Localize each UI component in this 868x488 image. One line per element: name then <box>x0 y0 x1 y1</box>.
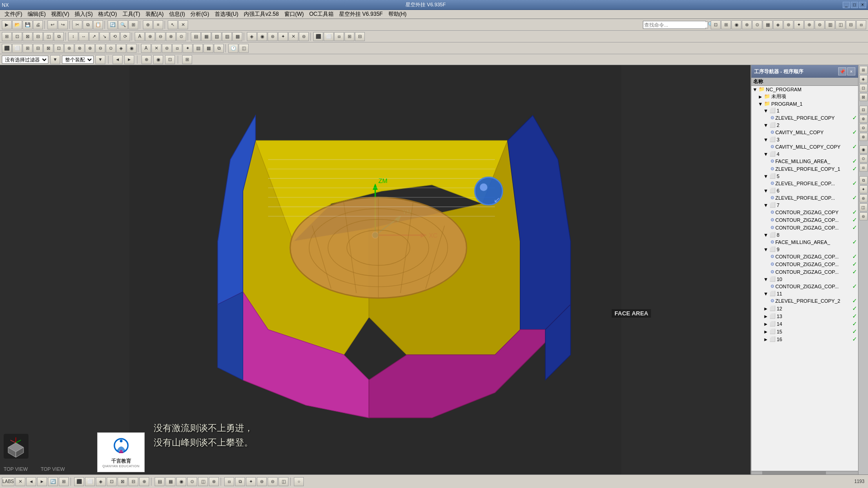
search-box[interactable]: 🔍 <box>643 21 706 29</box>
tb2-2[interactable]: ⊡ <box>12 32 22 41</box>
tb-open[interactable]: 📂 <box>12 20 22 29</box>
vtb-4[interactable]: ⊠ <box>859 93 868 101</box>
tb2-15[interactable]: ⊖ <box>156 32 165 41</box>
status-tb18[interactable]: ◫ <box>198 477 208 486</box>
expand-g15[interactable]: ► <box>763 329 769 334</box>
filter-right[interactable]: ► <box>124 55 134 64</box>
status-tb1[interactable]: LABS <box>2 477 14 486</box>
tb2-23[interactable]: ◈ <box>247 32 257 41</box>
tb3-17[interactable]: ⧈ <box>172 44 182 53</box>
tb2-12[interactable]: ⟳ <box>120 32 130 41</box>
tb3-6[interactable]: ⊡ <box>54 44 64 53</box>
tree-nc-program[interactable]: ▼ 📁 NC_PROGRAM <box>751 86 858 93</box>
status-tb21[interactable]: ⧉ <box>235 477 245 486</box>
menu-tools2[interactable]: 内强工具v2.58 <box>241 9 281 19</box>
tb2-26[interactable]: ✦ <box>278 32 288 41</box>
menu-analysis[interactable]: 分析(G) <box>188 9 212 19</box>
tb2-33[interactable]: ⊟ <box>355 32 365 41</box>
tree-group-16[interactable]: ► ⬜ 16 ✓ <box>751 335 858 343</box>
tb3-9[interactable]: ⊕ <box>85 44 95 53</box>
tb3-2[interactable]: ⬜ <box>12 44 22 53</box>
tree-group-5[interactable]: ▼ ⬜ 5 <box>751 173 858 179</box>
tb2-7[interactable]: ↕ <box>68 32 78 41</box>
tb-undo[interactable]: ↩ <box>47 20 57 29</box>
tree-group-6[interactable]: ▼ ⬜ 6 <box>751 187 858 194</box>
tb2-14[interactable]: ⊕ <box>145 32 155 41</box>
vtb-1[interactable]: ⊞ <box>859 66 868 74</box>
tb-r6[interactable]: ▦ <box>763 20 773 29</box>
vtb-3[interactable]: ⊡ <box>859 84 868 92</box>
status-tb20[interactable]: ⧈ <box>224 477 234 486</box>
status-tb23[interactable]: ⊛ <box>257 477 267 486</box>
tb2-4[interactable]: ⊟ <box>33 32 43 41</box>
vtb-5[interactable]: ⊟ <box>859 106 868 114</box>
tree-op9-3[interactable]: ⚙ CONTOUR_ZIGZAG_COP... ✓ <box>751 268 858 276</box>
tb-r11[interactable]: ⊜ <box>815 20 825 29</box>
tb-r10[interactable]: ⊕ <box>804 20 814 29</box>
status-tb19[interactable]: ⊗ <box>209 477 219 486</box>
tb-r14[interactable]: ⊟ <box>846 20 856 29</box>
vtb-10[interactable]: ⊙ <box>859 155 868 163</box>
tb2-20[interactable]: ▧ <box>212 32 222 41</box>
filter-opt3[interactable]: ⊡ <box>165 55 175 64</box>
tree-op8-1[interactable]: ⚙ FACE_MILLING_AREA_ ✓ <box>751 238 858 246</box>
menu-edit[interactable]: 编辑(E) <box>25 9 48 19</box>
tb2-18[interactable]: ▤ <box>191 32 201 41</box>
tb3-14[interactable]: A <box>141 44 151 53</box>
tree-group-3[interactable]: ▼ ⬜ 3 <box>751 136 858 143</box>
panel-pin-btn[interactable]: 📌 <box>838 67 846 75</box>
vtb-2[interactable]: ◈ <box>859 75 868 83</box>
tb-save[interactable]: 💾 <box>23 20 33 29</box>
tb2-31[interactable]: ⧈ <box>334 32 344 41</box>
tb2-3[interactable]: ⊠ <box>23 32 33 41</box>
tb-rotate[interactable]: 🔄 <box>108 20 118 29</box>
tree-op11-1[interactable]: ⚙ ZLEVEL_PROFILE_COPY_2 ✓ <box>751 297 858 305</box>
tree-op4-2[interactable]: ⚙ ZLEVEL_PROFILE_COPY_1 ✓ <box>751 165 858 173</box>
status-tb22[interactable]: ✦ <box>246 477 256 486</box>
status-tb8[interactable]: ⬜ <box>85 477 95 486</box>
vtb-15[interactable]: ◫ <box>859 203 868 211</box>
expand-g8[interactable]: ▼ <box>763 232 769 238</box>
tree-op7-3[interactable]: ⚙ CONTOUR_ZIGZAG_COP... ✓ <box>751 224 858 231</box>
panel-scrollbar[interactable] <box>751 471 858 474</box>
tree-op6-1[interactable]: ⚙ ZLEVEL_PROFILE_COP... ✓ <box>751 194 858 202</box>
status-tb10[interactable]: ⊡ <box>107 477 117 486</box>
tb-r9[interactable]: ✦ <box>794 20 804 29</box>
tree-op4-1[interactable]: ⚙ FACE_MILLING_AREA_ ✓ <box>751 157 858 165</box>
expand-g7[interactable]: ▼ <box>763 202 769 208</box>
tb2-22[interactable]: ▩ <box>232 32 242 41</box>
menu-info[interactable]: 信息(I) <box>166 9 188 19</box>
status-tb11[interactable]: ⊠ <box>118 477 127 486</box>
view-cube[interactable] <box>4 434 28 459</box>
status-tb13[interactable]: ⊕ <box>139 477 149 486</box>
tree-group-10[interactable]: ▼ ⬜ 10 <box>751 276 858 282</box>
vtb-13[interactable]: ✦ <box>859 185 868 193</box>
tb3-7[interactable]: ⊛ <box>64 44 74 53</box>
expand-g1[interactable]: ▼ <box>763 108 769 113</box>
tree-group-7[interactable]: ▼ ⬜ 7 <box>751 202 858 208</box>
expand-g3[interactable]: ▼ <box>763 137 769 142</box>
tree-op3-1[interactable]: ⚙ CAVITY_MILL_COPY_COPY ✓ <box>751 143 858 150</box>
tree-op9-2[interactable]: ⚙ CONTOUR_ZIGZAG_COP... ✓ <box>751 260 858 268</box>
tb-snap[interactable]: ⊕ <box>143 20 153 29</box>
tb-fit[interactable]: ⊞ <box>128 20 138 29</box>
assembly-btn[interactable]: ▼ <box>95 55 105 64</box>
tree-op7-1[interactable]: ⚙ CONTOUR_ZIGZAG_COPY ✓ <box>751 208 858 216</box>
tree-group-13[interactable]: ► ⬜ 13 ✓ <box>751 312 858 320</box>
tb-r5[interactable]: ⊙ <box>752 20 762 29</box>
vtb-7[interactable]: ⊖ <box>859 124 868 132</box>
expand-unused[interactable]: ► <box>758 94 763 99</box>
tree-group-1[interactable]: ▼ ⬜ 1 <box>751 107 858 114</box>
tb2-5[interactable]: ◫ <box>43 32 53 41</box>
expand-g4[interactable]: ▼ <box>763 151 769 157</box>
tb3-10[interactable]: ⊖ <box>95 44 105 53</box>
tb3-16[interactable]: ⊜ <box>162 44 172 53</box>
expand-g16[interactable]: ► <box>763 337 769 342</box>
tb-start[interactable]: ▶ <box>2 20 12 29</box>
tb-r1[interactable]: ⊡ <box>711 20 721 29</box>
tb-layer[interactable]: ≡ <box>153 20 163 29</box>
tree-op7-2[interactable]: ⚙ CONTOUR_ZIGZAG_COP... ✓ <box>751 216 858 224</box>
tb-cut[interactable]: ✂ <box>72 20 82 29</box>
status-tb17[interactable]: ⊙ <box>187 477 197 486</box>
tree-group-8[interactable]: ▼ ⬜ 8 <box>751 231 858 238</box>
